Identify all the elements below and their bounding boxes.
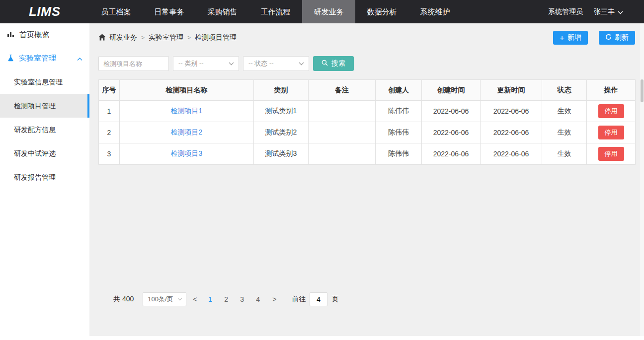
breadcrumb-item[interactable]: 实验室管理 xyxy=(149,33,183,42)
category-select[interactable]: -- 类别 -- xyxy=(173,56,239,71)
user-name: 张三丰 xyxy=(594,7,615,16)
chevron-down-icon xyxy=(299,62,304,66)
project-name-link[interactable]: 检测项目3 xyxy=(171,149,203,157)
main-content: 研发业务>实验室管理>检测项目管理 + 新增 刷新 -- 类别 -- -- 状态… xyxy=(89,23,644,336)
chevron-down-icon xyxy=(618,8,623,16)
sidebar: 首页概览 实验室管理 实验室信息管理检测项目管理研发配方信息研发中试评选研发报告… xyxy=(0,23,89,340)
sidebar-item[interactable]: 实验室信息管理 xyxy=(0,70,89,94)
creator-cell: 陈伟伟 xyxy=(376,143,422,165)
action-cell: 停用 xyxy=(587,122,636,143)
column-header: 检测项目名称 xyxy=(120,80,254,101)
sidebar-item[interactable]: 研发中试评选 xyxy=(0,141,89,165)
chevron-down-icon xyxy=(177,298,182,301)
add-button-label: 新增 xyxy=(567,33,581,42)
column-header: 创建人 xyxy=(376,80,422,101)
breadcrumb-item[interactable]: 研发业务 xyxy=(109,33,137,42)
sidebar-item[interactable]: 研发报告管理 xyxy=(0,165,89,189)
name-cell: 检测项目1 xyxy=(120,101,254,122)
refresh-icon xyxy=(605,34,612,42)
sidebar-item[interactable]: 研发配方信息 xyxy=(0,118,89,141)
remark-cell xyxy=(309,143,376,165)
page-size-value: 100条/页 xyxy=(148,295,173,304)
name-cell: 检测项目3 xyxy=(120,143,254,165)
top-nav-item[interactable]: 系统维护 xyxy=(408,0,462,23)
index-cell: 3 xyxy=(99,143,120,165)
breadcrumb-separator: > xyxy=(187,34,191,41)
goto-page-input[interactable] xyxy=(310,292,327,306)
category-cell: 测试类别3 xyxy=(254,143,309,165)
status-select-value: -- 状态 -- xyxy=(248,59,274,68)
stop-button[interactable]: 停用 xyxy=(598,126,624,139)
action-cell: 停用 xyxy=(587,143,636,165)
chevron-down-icon xyxy=(229,62,234,66)
scrollbar-thumb[interactable] xyxy=(641,79,644,102)
goto-suffix: 页 xyxy=(331,295,338,304)
updated-cell: 2022-06-06 xyxy=(481,122,542,143)
created-cell: 2022-06-06 xyxy=(422,101,481,122)
plus-icon: + xyxy=(560,34,564,42)
page-number-button[interactable]: 1 xyxy=(202,295,218,303)
project-name-link[interactable]: 检测项目2 xyxy=(171,128,203,136)
column-header: 状态 xyxy=(542,80,587,101)
page-number-button[interactable]: 2 xyxy=(218,295,234,303)
top-nav-item[interactable]: 员工档案 xyxy=(89,0,143,23)
prev-page-button[interactable]: < xyxy=(187,295,202,303)
top-nav-item[interactable]: 日常事务 xyxy=(143,0,196,23)
top-nav-item[interactable]: 数据分析 xyxy=(355,0,408,23)
stop-button[interactable]: 停用 xyxy=(598,147,624,161)
project-name-link[interactable]: 检测项目1 xyxy=(171,107,203,115)
table-row: 3检测项目3测试类别3陈伟伟2022-06-062022-06-06生效停用 xyxy=(99,143,636,165)
refresh-button[interactable]: 刷新 xyxy=(599,31,635,45)
column-header: 类别 xyxy=(254,80,309,101)
search-bar: -- 类别 -- -- 状态 -- 搜索 xyxy=(98,56,354,71)
category-cell: 测试类别1 xyxy=(254,101,309,122)
data-table: 序号检测项目名称类别备注创建人创建时间更新时间状态操作 1检测项目1测试类别1陈… xyxy=(98,79,636,165)
remark-cell xyxy=(309,101,376,122)
category-cell: 测试类别2 xyxy=(254,122,309,143)
user-area: 系统管理员 张三丰 xyxy=(548,7,644,16)
user-role: 系统管理员 xyxy=(548,7,583,16)
index-cell: 1 xyxy=(99,101,120,122)
sidebar-item-home[interactable]: 首页概览 xyxy=(0,23,89,47)
page-size-select[interactable]: 100条/页 xyxy=(143,292,186,306)
status-select[interactable]: -- 状态 -- xyxy=(243,56,309,71)
sidebar-group-lab[interactable]: 实验室管理 xyxy=(0,47,89,70)
sidebar-group-label: 实验室管理 xyxy=(19,54,56,63)
user-menu[interactable]: 张三丰 xyxy=(594,7,623,16)
action-cell: 停用 xyxy=(587,101,636,122)
created-cell: 2022-06-06 xyxy=(422,122,481,143)
top-nav-item[interactable]: 工作流程 xyxy=(249,0,302,23)
vertical-scrollbar[interactable] xyxy=(640,23,644,336)
stop-button[interactable]: 停用 xyxy=(598,104,624,118)
remark-cell xyxy=(309,122,376,143)
breadcrumb-item[interactable]: 检测项目管理 xyxy=(195,33,237,42)
table-row: 2检测项目2测试类别2陈伟伟2022-06-062022-06-06生效停用 xyxy=(99,122,636,143)
goto-label: 前往 xyxy=(292,295,306,304)
table-header-row: 序号检测项目名称类别备注创建人创建时间更新时间状态操作 xyxy=(99,80,636,101)
sidebar-item[interactable]: 检测项目管理 xyxy=(0,94,89,118)
search-icon xyxy=(322,60,328,68)
toolbar: + 新增 刷新 xyxy=(553,31,635,45)
page-number-button[interactable]: 3 xyxy=(234,295,250,303)
column-header: 创建时间 xyxy=(422,80,481,101)
top-bar: LIMS 员工档案日常事务采购销售工作流程研发业务数据分析系统维护 系统管理员 … xyxy=(0,0,644,23)
breadcrumb: 研发业务>实验室管理>检测项目管理 xyxy=(98,33,237,42)
top-nav-item[interactable]: 采购销售 xyxy=(196,0,249,23)
status-cell: 生效 xyxy=(542,122,587,143)
next-page-button[interactable]: > xyxy=(267,295,282,303)
sidebar-item-label: 首页概览 xyxy=(19,30,49,40)
app-logo: LIMS xyxy=(0,4,89,19)
table-row: 1检测项目1测试类别1陈伟伟2022-06-062022-06-06生效停用 xyxy=(99,101,636,122)
column-header: 操作 xyxy=(587,80,636,101)
updated-cell: 2022-06-06 xyxy=(481,101,542,122)
search-button[interactable]: 搜索 xyxy=(313,56,354,71)
add-button[interactable]: + 新增 xyxy=(553,31,588,45)
pagination-pages: 1234 xyxy=(202,295,266,303)
creator-cell: 陈伟伟 xyxy=(376,101,422,122)
total-count: 共 400 xyxy=(113,295,134,304)
search-input[interactable] xyxy=(98,56,169,71)
sidebar-submenu: 实验室信息管理检测项目管理研发配方信息研发中试评选研发报告管理 xyxy=(0,70,89,189)
chevron-up-icon xyxy=(77,54,82,63)
top-nav-item[interactable]: 研发业务 xyxy=(302,0,355,23)
page-number-button[interactable]: 4 xyxy=(250,295,266,303)
